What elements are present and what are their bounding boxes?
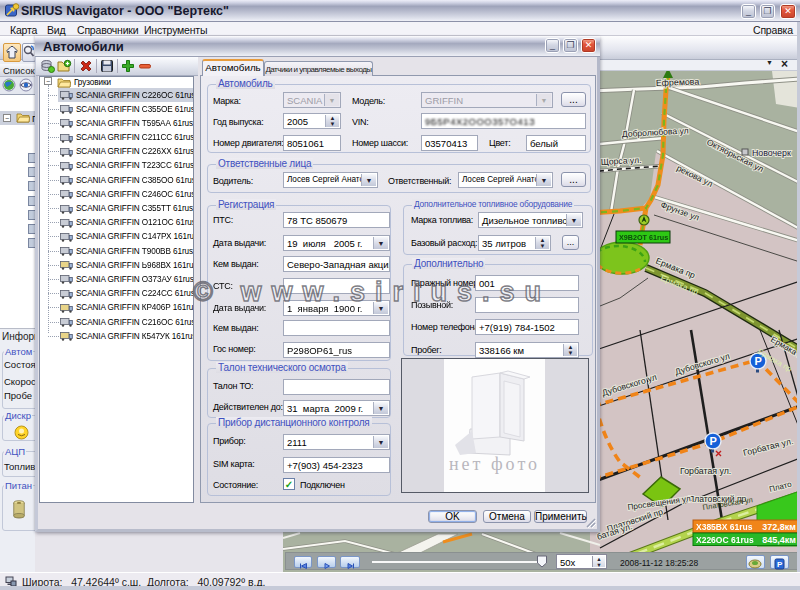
svg-text:Новочерк: Новочерк xyxy=(752,148,791,158)
svg-text:Щорса ул.: Щорса ул. xyxy=(601,155,642,167)
svg-text:Х226ОС 61rus: Х226ОС 61rus xyxy=(696,535,754,545)
svg-text:372,8км: 372,8км xyxy=(762,522,796,532)
svg-text:845,4км: 845,4км xyxy=(762,535,796,545)
svg-text:Горбатая ул.: Горбатая ул. xyxy=(680,466,731,476)
svg-text:Х385ВХ 61rus: Х385ВХ 61rus xyxy=(696,522,753,532)
svg-text:P: P xyxy=(710,435,717,447)
svg-text:Ефремова: Ефремова xyxy=(656,76,700,88)
svg-text:P: P xyxy=(777,560,783,569)
svg-text:Х9В2ОТ 61rus: Х9В2ОТ 61rus xyxy=(619,233,668,242)
